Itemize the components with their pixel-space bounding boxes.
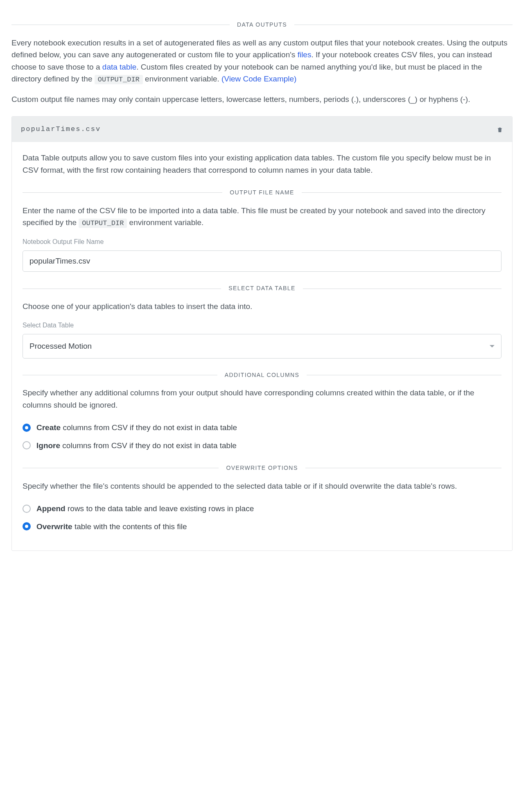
- files-link[interactable]: files: [298, 50, 312, 59]
- radio-indicator: [23, 441, 31, 449]
- radio-label-rest: table with the contents of this file: [72, 522, 187, 531]
- trash-icon[interactable]: [497, 126, 503, 133]
- intro-text-4: environment variable.: [143, 74, 221, 83]
- chevron-down-icon: [490, 345, 495, 347]
- overwrite-description: Specify whether the file's contents shou…: [23, 480, 501, 492]
- panel-filename: popularTimes.csv: [21, 124, 101, 135]
- radio-label-strong: Append: [36, 504, 66, 513]
- panel-header: popularTimes.csv: [12, 117, 512, 142]
- radio-label-strong: Create: [36, 423, 61, 432]
- radio-indicator: [23, 424, 31, 432]
- section-divider-output-file-name: OUTPUT FILE NAME: [23, 188, 501, 197]
- section-divider-additional-columns: ADDITIONAL COLUMNS: [23, 371, 501, 380]
- env-var-chip: OUTPUT_DIR: [79, 219, 127, 228]
- section-title: SELECT DATA TABLE: [221, 284, 303, 293]
- select-data-table-value: Processed Motion: [29, 340, 92, 352]
- radio-label: Overwrite table with the contents of thi…: [36, 521, 187, 532]
- view-code-example-link[interactable]: (View Code Example): [221, 74, 296, 83]
- section-title: OUTPUT FILE NAME: [222, 188, 302, 197]
- section-divider-select-data-table: SELECT DATA TABLE: [23, 284, 501, 293]
- select-data-table-label: Select Data Table: [23, 320, 501, 331]
- select-table-description: Choose one of your application's data ta…: [23, 300, 501, 312]
- radio-label-strong: Overwrite: [36, 522, 72, 531]
- additional-columns-description: Specify whether any additional columns f…: [23, 387, 501, 411]
- radio-label-rest: rows to the data table and leave existin…: [66, 504, 254, 513]
- section-title: ADDITIONAL COLUMNS: [217, 371, 307, 380]
- radio-label: Create columns from CSV if they do not e…: [36, 422, 237, 433]
- radio-create-columns[interactable]: Create columns from CSV if they do not e…: [23, 422, 501, 433]
- section-title: DATA OUTPUTS: [230, 20, 294, 29]
- output-file-name-input[interactable]: [23, 250, 501, 272]
- section-divider-data-outputs: DATA OUTPUTS: [11, 20, 513, 29]
- select-data-table-dropdown[interactable]: Processed Motion: [23, 334, 501, 358]
- radio-label-strong: Ignore: [36, 441, 60, 450]
- panel-body: Data Table outputs allow you to save cus…: [12, 142, 512, 550]
- output-panel: popularTimes.csv Data Table outputs allo…: [11, 116, 513, 551]
- output-file-description: Enter the name of the CSV file to be imp…: [23, 205, 501, 229]
- env-var-chip: OUTPUT_DIR: [95, 75, 143, 84]
- radio-indicator: [23, 522, 31, 530]
- output-file-name-label: Notebook Output File Name: [23, 237, 501, 247]
- radio-label-rest: columns from CSV if they do not exist in…: [60, 441, 237, 450]
- intro-paragraph-2: Custom output file names may only contai…: [11, 93, 513, 105]
- section-divider-overwrite-options: OVERWRITE OPTIONS: [23, 464, 501, 473]
- radio-ignore-columns[interactable]: Ignore columns from CSV if they do not e…: [23, 440, 501, 451]
- radio-label: Append rows to the data table and leave …: [36, 503, 254, 514]
- panel-description: Data Table outputs allow you to save cus…: [23, 152, 501, 176]
- radio-append-rows[interactable]: Append rows to the data table and leave …: [23, 503, 501, 514]
- radio-label-rest: columns from CSV if they do not exist in…: [61, 423, 237, 432]
- radio-overwrite-table[interactable]: Overwrite table with the contents of thi…: [23, 521, 501, 532]
- section-title: OVERWRITE OPTIONS: [219, 464, 305, 473]
- ofn-text-b: environment variable.: [127, 218, 203, 227]
- radio-label: Ignore columns from CSV if they do not e…: [36, 440, 237, 451]
- intro-paragraph-1: Every notebook execution results in a se…: [11, 37, 513, 86]
- radio-indicator: [23, 505, 31, 513]
- data-table-link[interactable]: data table: [102, 63, 136, 71]
